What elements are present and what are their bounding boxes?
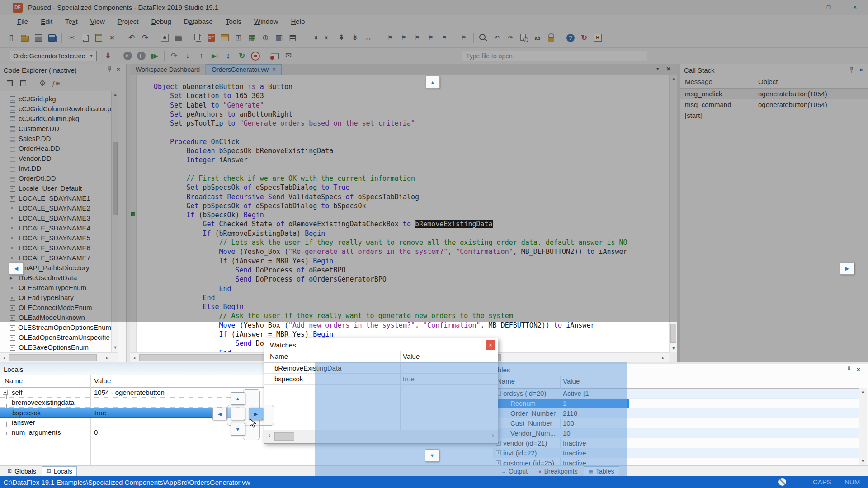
toolbar-icon[interactable] <box>188 33 188 43</box>
tree-item[interactable]: OLEadTypeBinary <box>0 293 111 303</box>
menu-item[interactable]: View <box>84 15 111 28</box>
menu-item[interactable]: Text <box>59 15 84 28</box>
menu-item[interactable]: Window <box>248 15 284 28</box>
editor-tab[interactable]: Workspace Dashboard <box>130 64 206 75</box>
column-header[interactable]: Value <box>563 377 580 385</box>
debug-icon-restart[interactable]: ↻ <box>236 50 248 62</box>
toolbar-icon-save-all[interactable] <box>46 32 58 44</box>
tree-item[interactable]: cCJGrid.pkg <box>0 94 111 104</box>
dock-diamond-down[interactable]: ▼ <box>231 423 245 436</box>
tables-row-order-number[interactable]: Order_Number2118 <box>493 408 859 418</box>
toolbar-icon-open-folder[interactable] <box>19 32 31 44</box>
tree-vscrollbar[interactable]: ▲ ▼ <box>111 91 118 352</box>
project-file-selector[interactable]: OrderGeneratorTester.src ▼ <box>10 51 97 61</box>
debug-icon[interactable] <box>164 51 165 61</box>
dock-guide-right[interactable]: ▶ <box>840 262 854 275</box>
toolbar-icon-find-next[interactable]: ↷ <box>504 32 517 44</box>
close-button[interactable]: × <box>842 0 868 15</box>
toolbar-icon-copy-special[interactable] <box>191 32 204 44</box>
locals-row-bspecsok[interactable]: bspecsoktrue <box>0 408 240 418</box>
tree-item[interactable]: LOCALE_SDAYNAME2 <box>0 203 111 213</box>
watches-hscrollbar[interactable]: ‹ › <box>264 430 498 443</box>
toolbar-icon[interactable] <box>300 32 307 44</box>
callstack-row[interactable]: msg_commandogeneratebutton(1054) <box>680 99 868 110</box>
tabstrip-close-icon[interactable]: × <box>666 65 670 73</box>
debug-icon-toggle-breakpoint[interactable] <box>269 50 281 62</box>
toolbar-icon[interactable] <box>561 33 561 43</box>
tables-row-customer-id-25-[interactable]: +customer (id=25)Inactive <box>493 458 859 465</box>
menu-item[interactable]: Tools <box>219 15 248 28</box>
menu-item[interactable]: Help <box>284 15 311 28</box>
column-header[interactable]: Name <box>5 377 23 385</box>
explorer-tool-icon-show-methods[interactable]: ⚙ <box>36 77 49 90</box>
pin-icon[interactable] <box>849 67 854 75</box>
toolbar-icon-redo[interactable]: ↷ <box>139 32 151 44</box>
toolbar-icon-replace[interactable] <box>531 32 544 44</box>
expander-icon[interactable]: + <box>496 450 501 455</box>
menu-item[interactable]: Project <box>111 15 145 28</box>
tree-item[interactable]: OrderDtl.DD <box>0 174 111 183</box>
close-icon[interactable]: × <box>486 340 495 350</box>
toolbar-icon-copy[interactable] <box>79 32 91 44</box>
dock-diamond-center[interactable] <box>231 408 245 420</box>
toolbar-icon-delete[interactable]: × <box>106 32 118 44</box>
toolbar-icon-object-browser[interactable]: ⊞ <box>232 32 245 44</box>
toolbar-icon-find[interactable] <box>477 32 490 44</box>
callstack-row[interactable]: msg_onclickogeneratebutton(1054) <box>680 89 868 99</box>
debug-icon-step-over[interactable]: ↷ <box>168 50 180 62</box>
toolbar-icon-bookmark-next[interactable]: ⚑ <box>411 32 424 44</box>
tree-item[interactable]: Vendor.DD <box>0 154 111 164</box>
tree-item[interactable]: OLEadOpenStreamUnspecifie <box>0 333 111 343</box>
dock-guide-left[interactable]: ◀ <box>9 262 24 275</box>
toolbar-icon-print[interactable] <box>172 32 184 44</box>
tree-item[interactable]: Invt.DD <box>0 164 111 174</box>
toolbar-icon[interactable] <box>454 33 454 43</box>
tree-hscrollbar[interactable]: ◂ ▸ <box>0 352 118 362</box>
expander-icon[interactable]: + <box>496 460 501 465</box>
toolbar-icon-goto-line[interactable]: ↔ <box>362 32 375 44</box>
toolbar-icon-database-explorer[interactable]: ⊕ <box>259 32 272 44</box>
toolbar-icon-help-refresh[interactable]: ↻ <box>578 32 590 44</box>
toolbar-icon-help[interactable] <box>564 32 577 44</box>
menu-item[interactable]: Database <box>178 15 219 28</box>
tree-item[interactable]: OLEStreamOpenOptionsEnum <box>0 323 111 333</box>
toolbar-icon[interactable] <box>61 33 62 43</box>
debug-icon[interactable] <box>265 51 265 61</box>
scroll-left-icon[interactable]: ‹ <box>268 432 270 440</box>
debug-icon-validate-source[interactable]: ✉ <box>282 50 295 62</box>
toolbar-icon-data-dictionary[interactable]: ▦ <box>245 32 258 44</box>
maximize-button[interactable]: □ <box>816 0 842 15</box>
left-splitter[interactable] <box>127 64 130 362</box>
debug-icon-stop-debugging[interactable] <box>249 50 262 62</box>
dock-diamond-up[interactable]: ▲ <box>231 392 245 405</box>
tree-item[interactable]: OrderHea.DD <box>0 144 111 154</box>
pin-icon[interactable] <box>108 66 112 75</box>
column-header[interactable]: Value <box>94 377 111 385</box>
tree-item[interactable]: LOCALE_SDAYNAME7 <box>0 253 111 263</box>
toolbar-icon-goto-next[interactable]: ⇥ <box>308 32 321 44</box>
debug-icon-run[interactable] <box>121 50 134 62</box>
tree-item[interactable]: LOCALE_SDAYNAME1 <box>0 193 111 203</box>
locals-row-self[interactable]: +self1054 - ogeneratebutton <box>0 388 240 398</box>
editor-tab[interactable]: OrdersGenerator.vw× <box>206 64 282 75</box>
panel-close-icon[interactable]: × <box>857 366 860 373</box>
editor-vscroll-thumb[interactable] <box>670 324 676 343</box>
toolbar-icon-bookmark-first[interactable]: ⚑ <box>425 32 437 44</box>
tree-item[interactable]: LOCALE_SDAYNAME5 <box>0 233 111 243</box>
quick-open-input[interactable] <box>462 51 647 61</box>
debug-icon-step-out[interactable]: ↑ <box>195 50 208 62</box>
dock-guide-bottom[interactable]: ▼ <box>425 449 439 462</box>
scroll-right-icon[interactable]: › <box>492 432 494 440</box>
toolbar-icon-table-viewer[interactable]: ▥ <box>273 32 285 44</box>
debug-icon-set-next-statement[interactable]: ↨ <box>222 50 235 62</box>
panel-close-icon[interactable]: × <box>117 66 120 73</box>
toolbar-icon-bookmark-last[interactable]: ⚑ <box>438 32 451 44</box>
toolbar-icon-help-index[interactable] <box>591 32 604 44</box>
tables-vscrollbar[interactable]: ▲ ▼ <box>859 388 867 465</box>
tree-vscroll-thumb[interactable] <box>113 142 118 215</box>
bottom-tab[interactable]: ●Breakpoints <box>533 466 583 476</box>
watch-row[interactable] <box>264 385 498 395</box>
toolbar-icon-record-macro[interactable] <box>158 32 171 44</box>
toolbar-icon-dataflex-studio[interactable] <box>205 32 217 44</box>
bottom-tab[interactable]: →Output <box>496 466 533 476</box>
